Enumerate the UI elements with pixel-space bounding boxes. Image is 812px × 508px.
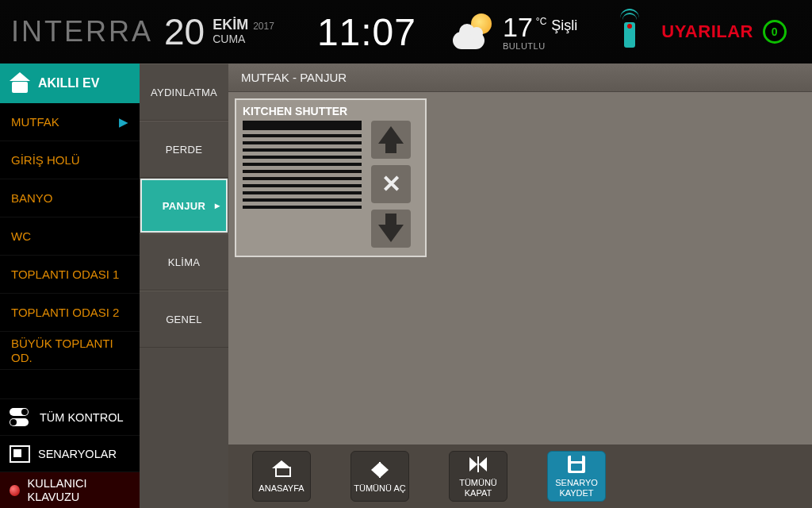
bottom-home-button[interactable]: ANASAYFA [252,451,311,502]
open-all-icon [371,462,389,478]
play-icon: ▶ [119,115,128,129]
date-weekday: CUMA [213,33,274,45]
category-genel[interactable]: GENEL [140,291,228,348]
device-title: KITCHEN SHUTTER [243,105,419,117]
shutter-down-button[interactable] [371,210,411,248]
top-bar: INTERRA 20 EKİM2017 CUMA 11:07 17 °C Şiş… [0,0,812,64]
room-item-buyuk-toplanti[interactable]: BÜYÜK TOPLANTI OD. [0,332,140,370]
weather-block: 17 °C Şişli BULUTLU [451,10,577,54]
bottom-bar: ANASAYFA TÜMÜNÜ AÇ TÜMÜNÜ KAPAT SENARYO … [228,444,812,508]
temperature-value: 17 [503,13,533,40]
alerts-label: UYARILAR [661,21,753,42]
breadcrumb: MUTFAK - PANJUR [228,64,812,92]
bottom-close-all-button[interactable]: TÜMÜNÜ KAPAT [449,451,508,502]
weather-icon [451,10,495,54]
alerts-button[interactable]: UYARILAR 0 [661,20,787,44]
category-aydinlatma[interactable]: AYDINLATMA [140,64,228,121]
house-icon [10,74,30,93]
date-day: 20 [164,10,205,53]
category-perde[interactable]: PERDE [140,121,228,178]
room-item-banyo[interactable]: BANYO [0,179,140,217]
toggle-icon [10,408,32,426]
shutter-icon [243,121,362,216]
save-icon [568,456,585,473]
categories-sidebar: AYDINLATMA PERDE PANJUR KLİMA GENEL [140,64,228,508]
date-month: EKİM [213,17,248,33]
home-icon [274,463,289,477]
arrow-up-icon [378,126,404,144]
scenario-icon [10,445,30,463]
room-item-giris-holu[interactable]: GİRİŞ HOLÜ [0,141,140,179]
arrow-down-icon [378,225,404,242]
aux-user-guide[interactable]: KULLANICI KLAVUZU [0,471,140,508]
close-icon: ✕ [381,172,401,196]
shutter-up-button[interactable] [371,121,411,159]
close-all-icon [469,456,487,472]
content-area: KITCHEN SHUTTER ✕ [228,92,812,444]
record-icon [10,485,20,496]
temperature-unit: °C [536,17,546,26]
remote-icon[interactable] [620,16,639,48]
aux-all-control[interactable]: TÜM KONTROL [0,398,140,435]
room-item-toplanti-2[interactable]: TOPLANTI ODASI 2 [0,294,140,332]
aux-scenarios[interactable]: SENARYOLAR [0,435,140,471]
weather-city: Şişli [551,18,577,33]
room-item-mutfak[interactable]: MUTFAK▶ [0,103,140,141]
device-card-kitchen-shutter: KITCHEN SHUTTER ✕ [235,98,427,257]
alerts-count-badge: 0 [763,20,787,44]
main-area: MUTFAK - PANJUR KITCHEN SHUTTER ✕ [228,64,812,508]
sidebar-header-label: AKILLI EV [38,76,99,90]
sidebar-header-smart-home[interactable]: AKILLI EV [0,64,140,103]
category-panjur[interactable]: PANJUR [140,179,228,233]
category-klima[interactable]: KLİMA [140,233,228,291]
bottom-save-scenario-button[interactable]: SENARYO KAYDET [547,451,606,502]
shutter-stop-button[interactable]: ✕ [371,165,411,203]
bottom-open-all-button[interactable]: TÜMÜNÜ AÇ [350,451,409,502]
clock: 11:07 [317,10,416,54]
brand-logo: INTERRA [11,15,153,48]
date-block: 20 EKİM2017 CUMA [164,10,274,53]
date-year: 2017 [253,21,274,32]
room-item-toplanti-1[interactable]: TOPLANTI ODASI 1 [0,256,140,294]
room-item-wc[interactable]: WC [0,217,140,256]
weather-condition: BULUTLU [503,42,577,51]
rooms-sidebar: AKILLI EV MUTFAK▶ GİRİŞ HOLÜ BANYO WC TO… [0,64,140,508]
